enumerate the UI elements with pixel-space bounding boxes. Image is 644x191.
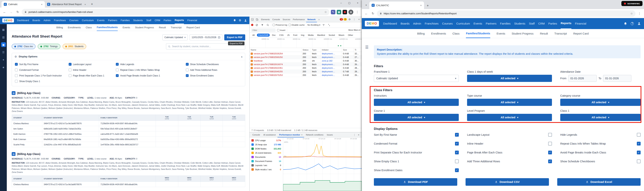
tab-close-icon[interactable]: × [84, 3, 87, 6]
request-filter-chip-font[interactable]: Font [292, 34, 298, 36]
subnav-item-transcript[interactable]: Transcript [554, 29, 567, 38]
checkbox-show-enrollment-dates[interactable] [186, 74, 189, 77]
requests-column-size[interactable]: Size [342, 48, 354, 52]
browser-tab-calimatic-right[interactable]: C CALIMATIC × [369, 2, 424, 9]
attendance-cell[interactable] [200, 121, 222, 126]
from-date-input[interactable]: 01-01-2026 [568, 75, 597, 82]
attendance-cell[interactable] [223, 126, 245, 131]
nav-item-students[interactable]: Students [133, 16, 143, 24]
request-filter-chip-js[interactable]: JS [286, 34, 291, 36]
nav-item-partners[interactable]: Partners [486, 18, 496, 29]
attendance-cell[interactable] [200, 131, 222, 137]
nav-item-families[interactable]: Families [120, 16, 130, 24]
extension-grid-icon[interactable]: ▣ [337, 10, 341, 14]
nav-item-staff[interactable]: Staff [146, 16, 151, 24]
rail-lists-icon[interactable]: ☰ [1, 50, 6, 54]
nav-item-families[interactable]: Families [500, 18, 511, 29]
bookmark-star-icon[interactable]: ☆ [630, 12, 633, 15]
attendance-cell[interactable] [200, 126, 222, 131]
checkbox-landscape-layout[interactable] [69, 63, 72, 66]
notifications-bell-icon[interactable] [624, 22, 627, 26]
nav-item-crm[interactable]: CRM [155, 16, 160, 24]
drawer-tab-performance-monitor[interactable]: Performance monitor× [278, 132, 304, 138]
nav-item-curriculum[interactable]: Curriculum [456, 18, 470, 29]
request-filter-chip-img[interactable]: Img [300, 34, 306, 36]
nav-item-parties[interactable]: Parties [164, 16, 171, 24]
browser-tab-roll-sheet[interactable]: C Attendance Roll Sheet Report × [45, 1, 88, 8]
subnav-item-result[interactable]: Result [540, 29, 548, 38]
checkbox-inline-header[interactable] [548, 142, 552, 146]
nav-item-courses[interactable]: Courses [69, 16, 78, 24]
class-filter-select-type-course[interactable]: All selected▾ [467, 99, 552, 106]
drawer-tab-ai-assistance[interactable]: AI assistance [262, 132, 277, 138]
checkbox-add-three-additional-rows[interactable] [186, 68, 189, 71]
nav-item-financial[interactable]: Financial [187, 16, 197, 24]
attendance-cell[interactable] [223, 131, 245, 137]
checkbox-avoid-page-breaks-inside-each-class[interactable] [637, 150, 640, 154]
more-filters-button[interactable]: More filters ▾ [348, 29, 360, 31]
more-tabs-icon[interactable]: » [318, 18, 320, 20]
request-filter-chip-socket[interactable]: Socket [327, 34, 336, 36]
class-filter-select-level-program[interactable]: All selected▾ [467, 114, 552, 121]
subnav-item-class[interactable]: Class [86, 24, 92, 31]
request-filter-chip-all[interactable]: All [251, 34, 256, 36]
site-info-lock-icon[interactable] [24, 11, 27, 13]
site-info-lock-icon[interactable] [380, 12, 382, 15]
request-row[interactable]: {}version.json?t=1768832565250200fetchde… [250, 56, 362, 59]
record-icon[interactable] [251, 24, 253, 26]
drawer-tab-console[interactable]: Console [251, 132, 262, 138]
download-excel-button[interactable]: Download Excel [557, 178, 640, 186]
request-initiator[interactable]: deployment-... [321, 52, 342, 55]
requests-column-initiator[interactable]: Initiator [321, 48, 342, 52]
class-filter-select-class-1[interactable]: All selected▾ [560, 114, 640, 121]
bookmark-star-icon[interactable]: ☆ [324, 10, 327, 14]
console-warning-badge[interactable]: 2 [344, 18, 347, 20]
devtools-settings-icon[interactable]: ⚙ [348, 17, 352, 22]
metric-checkbox-documents[interactable]: ✓ [252, 156, 254, 158]
nav-item-reports[interactable]: Reports [175, 16, 184, 24]
metric-checkbox-js-heap-size[interactable]: ✓ [252, 144, 254, 146]
request-row[interactable]: {}version.json?t=1768832622351200fetchde… [250, 66, 362, 70]
user-avatar-icon[interactable] [244, 19, 247, 22]
tab-search-chevron-icon[interactable]: ▾ [364, 3, 368, 8]
new-tab-button[interactable]: + [90, 2, 94, 7]
checkbox-page-break-after-each-class-1[interactable] [69, 74, 72, 77]
request-initiator[interactable]: deployment-... [321, 66, 342, 70]
inspect-element-icon[interactable] [250, 17, 254, 22]
metric-checkbox-document-frames[interactable]: ✓ [252, 160, 254, 162]
request-filter-chip-manifest[interactable]: Manifest [316, 34, 326, 36]
subnav-item-enrollments[interactable]: Enrollments [68, 24, 81, 31]
subnav-item-result[interactable]: Result [159, 24, 166, 31]
requests-column-name[interactable]: Name [250, 48, 302, 52]
checkbox-show-enrollment-dates[interactable] [455, 168, 459, 172]
subnav-item-student-progress[interactable]: Student Progress [135, 24, 154, 31]
requests-column-status[interactable]: Status [302, 48, 311, 52]
clear-icon[interactable] [255, 23, 259, 27]
attendance-cell[interactable] [178, 126, 200, 131]
device-toolbar-icon[interactable] [255, 17, 259, 22]
checkbox-hide-legends[interactable] [637, 133, 640, 137]
checkbox-repeat-class-1-info-when-tables-wrap[interactable] [116, 68, 119, 71]
subnav-item-billing[interactable]: Billing [56, 24, 63, 31]
checkbox-show-schedule-checkboxes[interactable] [637, 160, 640, 163]
close-button[interactable]: × [354, 0, 362, 6]
checkbox-show-schedule-checkboxes[interactable] [186, 63, 189, 66]
notifications-bell-icon[interactable] [233, 19, 236, 22]
checkbox-sort-by-first-name[interactable] [15, 63, 18, 66]
franchise-select[interactable]: Calimatic Updated ▾ [162, 34, 188, 40]
nav-item-events[interactable]: Events [97, 16, 105, 24]
drawer-close-icon[interactable]: × [356, 133, 361, 137]
refresh-icon[interactable]: ↻ [370, 11, 376, 16]
attendance-cell[interactable] [200, 137, 222, 142]
rail-favorites-icon[interactable]: ★ [1, 65, 6, 70]
nav-item-dashboard[interactable]: Dashboard [383, 18, 397, 29]
rail-community-icon[interactable]: ✦ [1, 58, 6, 62]
collapse-chevron-icon[interactable]: ▴ [241, 55, 242, 58]
class-filter-select-category-course[interactable]: All selected▾ [560, 99, 640, 106]
class-filter-select-instructors[interactable]: All selected▾ [374, 99, 459, 106]
new-tab-button[interactable]: + [425, 3, 430, 8]
request-filter-chip-wasm[interactable]: Wasm [337, 34, 346, 36]
back-icon[interactable]: ← [364, 11, 369, 16]
sidebar-toggle-icon[interactable]: ☰ [365, 45, 368, 50]
subnav-item-class[interactable]: Class [452, 29, 460, 38]
